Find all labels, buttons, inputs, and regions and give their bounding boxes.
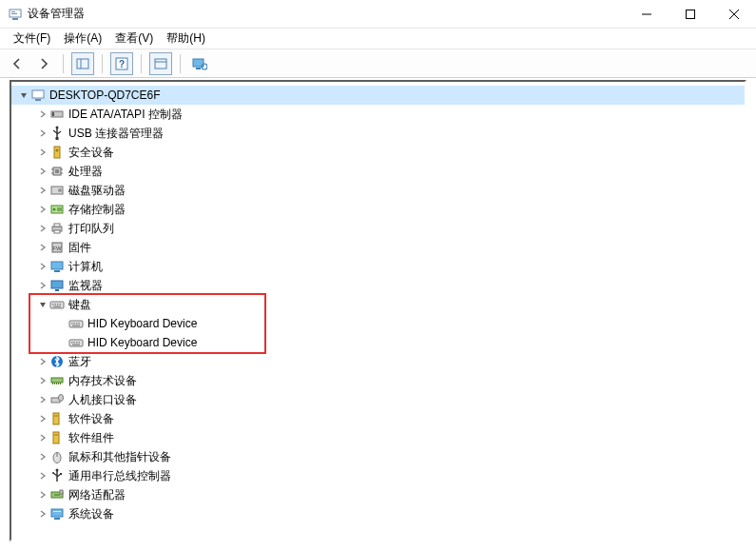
back-button[interactable] <box>6 52 29 75</box>
chevron-down-icon[interactable] <box>36 298 49 311</box>
scan-hardware-button[interactable] <box>188 52 211 75</box>
help-button[interactable]: ? <box>110 52 133 75</box>
security-icon <box>49 145 65 160</box>
tree-row[interactable]: 软件设备 <box>11 409 745 428</box>
svg-rect-66 <box>52 383 53 384</box>
menu-action[interactable]: 操作(A) <box>58 29 107 49</box>
cpu-icon <box>49 164 65 179</box>
svg-rect-85 <box>60 490 63 494</box>
chevron-right-icon[interactable] <box>36 222 49 235</box>
tree-row[interactable]: HID Keyboard Device <box>11 314 745 333</box>
chevron-right-icon[interactable] <box>36 108 49 121</box>
bluetooth-icon <box>49 354 65 369</box>
chevron-right-icon[interactable] <box>36 393 49 406</box>
tree-item-label: 软件组件 <box>68 430 114 446</box>
computer-icon <box>49 259 65 274</box>
tree-item-label: 蓝牙 <box>68 354 91 370</box>
maximize-button[interactable] <box>669 0 712 28</box>
mouse-icon <box>49 449 65 464</box>
tree-row[interactable]: 存储控制器 <box>11 200 745 219</box>
tree-row[interactable]: 处理器 <box>11 162 745 181</box>
tree-item-label: 通用串行总线控制器 <box>68 468 171 484</box>
chevron-right-icon[interactable] <box>36 374 49 387</box>
svg-rect-76 <box>54 434 58 436</box>
tree-item-label: 网络适配器 <box>68 487 126 503</box>
ide-icon <box>49 107 65 122</box>
software-icon <box>49 430 65 445</box>
device-tree[interactable]: DESKTOP-QD7CE6F IDE ATA/ATAPI 控制器USB 连接器… <box>10 80 746 541</box>
svg-rect-68 <box>56 383 57 384</box>
titlebar: 设备管理器 <box>0 0 756 29</box>
chevron-right-icon[interactable] <box>36 146 49 159</box>
tree-row[interactable]: 蓝牙 <box>11 352 745 371</box>
tree-row[interactable]: 软件组件 <box>11 428 745 447</box>
tree-root-row[interactable]: DESKTOP-QD7CE6F <box>11 86 745 105</box>
menu-help[interactable]: 帮助(H) <box>161 29 211 49</box>
chevron-right-icon[interactable] <box>36 241 49 254</box>
menu-view[interactable]: 查看(V) <box>109 29 159 49</box>
close-button[interactable] <box>712 0 756 28</box>
chevron-right-icon[interactable] <box>36 431 49 444</box>
tree-row[interactable]: 监视器 <box>11 276 745 295</box>
chevron-right-icon[interactable] <box>36 507 49 521</box>
tree-item-label: USB 连接器管理器 <box>68 126 164 142</box>
tree-row[interactable]: 系统设备 <box>11 504 745 523</box>
svg-rect-61 <box>76 342 78 344</box>
tree-row[interactable]: 网络适配器 <box>11 485 745 504</box>
monitor-icon <box>49 278 65 293</box>
chevron-right-icon[interactable] <box>36 469 49 482</box>
tree-item-label: HID Keyboard Device <box>87 317 197 330</box>
svg-rect-8 <box>77 59 88 69</box>
chevron-right-icon[interactable] <box>36 127 49 140</box>
tree-row[interactable]: FW固件 <box>11 238 745 257</box>
tree-row[interactable]: 安全设备 <box>11 143 745 162</box>
chevron-right-icon[interactable] <box>36 260 49 273</box>
minimize-button[interactable] <box>625 0 669 28</box>
tree-item-label: 内存技术设备 <box>68 373 137 389</box>
chevron-right-icon[interactable] <box>36 184 49 197</box>
chevron-right-icon[interactable] <box>36 355 49 368</box>
tree-row[interactable]: 键盘 <box>11 295 745 314</box>
chevron-right-icon[interactable] <box>36 165 49 178</box>
svg-point-33 <box>58 188 62 192</box>
svg-rect-62 <box>79 342 81 344</box>
chevron-right-icon[interactable] <box>36 450 49 463</box>
tree-row[interactable]: 人机接口设备 <box>11 390 745 409</box>
tree-row[interactable]: 鼠标和其他指针设备 <box>11 447 745 466</box>
forward-button[interactable] <box>32 52 55 75</box>
svg-rect-23 <box>56 137 59 140</box>
window-controls <box>625 0 756 28</box>
chevron-right-icon[interactable] <box>36 203 49 216</box>
printer-icon <box>49 221 65 236</box>
chevron-right-icon[interactable] <box>36 488 49 502</box>
tree-row[interactable]: 打印队列 <box>11 219 745 238</box>
tree-item-label: 打印队列 <box>68 221 114 237</box>
software-icon <box>49 411 65 426</box>
svg-rect-15 <box>196 68 201 69</box>
hid-icon <box>49 392 65 407</box>
tree-row[interactable]: 通用串行总线控制器 <box>11 466 745 485</box>
tree-item-label: 软件设备 <box>68 411 114 427</box>
show-hide-tree-button[interactable] <box>71 52 94 75</box>
toolbar-separator <box>63 54 64 73</box>
chevron-right-icon[interactable] <box>36 279 49 292</box>
menubar: 文件(F) 操作(A) 查看(V) 帮助(H) <box>0 29 756 49</box>
tree-row[interactable]: 磁盘驱动器 <box>11 181 745 200</box>
svg-point-72 <box>59 395 64 402</box>
tree-row[interactable]: 内存技术设备 <box>11 371 745 390</box>
tree-row[interactable]: IDE ATA/ATAPI 控制器 <box>11 105 745 124</box>
chevron-down-icon[interactable] <box>17 89 30 102</box>
svg-rect-27 <box>55 169 59 173</box>
svg-rect-55 <box>76 323 78 325</box>
chevron-right-icon[interactable] <box>36 412 49 425</box>
properties-button[interactable] <box>149 52 172 75</box>
tree-row[interactable]: HID Keyboard Device <box>11 333 745 352</box>
tree-row[interactable]: USB 连接器管理器 <box>11 124 745 143</box>
tree-row[interactable]: 计算机 <box>11 257 745 276</box>
system-icon <box>49 506 65 521</box>
menu-file[interactable]: 文件(F) <box>8 29 56 49</box>
svg-rect-60 <box>74 342 76 344</box>
svg-point-25 <box>56 149 59 152</box>
svg-rect-5 <box>687 10 695 18</box>
svg-rect-36 <box>57 207 62 211</box>
